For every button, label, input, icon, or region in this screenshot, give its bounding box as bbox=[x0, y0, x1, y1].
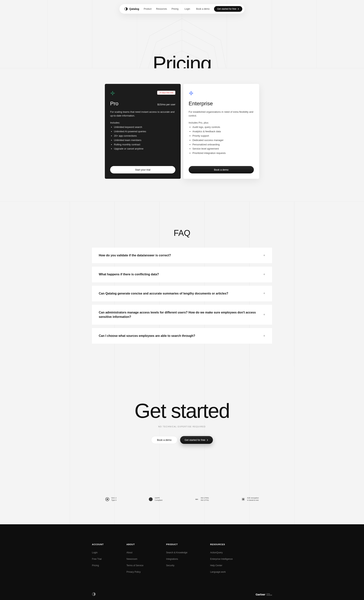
nav-pricing[interactable]: Pricing bbox=[172, 8, 179, 10]
qatalog-logo-icon bbox=[124, 7, 128, 11]
plan-features-enterprise: Audit logs, query controls Analytics & f… bbox=[189, 126, 254, 156]
plan-name-pro: Pro bbox=[110, 101, 118, 107]
plan-desc-pro: For scaling teams that need instant acce… bbox=[110, 110, 175, 117]
gartner-sub: COOL bbox=[266, 593, 272, 594]
compliance-label: SOC 2 bbox=[111, 497, 116, 499]
faq-question: What happens if there is conflicting dat… bbox=[99, 272, 159, 276]
get-started-subtitle: NO TECHNICAL EXPERTISE REQUIRED bbox=[0, 426, 364, 428]
gartner-badge: Gartner COOL VENDOR bbox=[255, 593, 272, 596]
footer-link[interactable]: Language.work bbox=[210, 571, 233, 573]
gartner-sub: VENDOR bbox=[266, 594, 272, 596]
compliance-label: in transit & rest bbox=[247, 499, 259, 502]
footer-col-product: PRODUCT Search & Knowledge Integrations … bbox=[166, 543, 187, 577]
faq-item[interactable]: What happens if there is conflicting dat… bbox=[92, 267, 272, 282]
feature-item: Unlimited AI-powered queries bbox=[114, 130, 175, 133]
includes-label-enterprise: Includes Pro, plus: bbox=[189, 121, 254, 124]
gartner-name: Gartner bbox=[255, 593, 265, 596]
compliance-iso: ISO ISO 27001ISO 27701 bbox=[195, 497, 209, 501]
feature-item: Prioritized integration requests bbox=[192, 152, 254, 155]
sparkle-icon bbox=[110, 91, 115, 96]
book-demo-button[interactable]: Book a demo bbox=[189, 166, 254, 173]
feature-item: Rolling monthly contract bbox=[114, 143, 175, 146]
plan-name-enterprise: Enterprise bbox=[189, 101, 213, 107]
includes-label-pro: Includes: bbox=[110, 121, 175, 124]
svg-point-3 bbox=[149, 497, 153, 501]
footer-link[interactable]: Terms of Service bbox=[127, 564, 143, 567]
footer-link[interactable]: Free Trial bbox=[92, 558, 104, 560]
faq-item[interactable]: Can I choose what sources employees are … bbox=[92, 328, 272, 344]
faq-title: FAQ bbox=[0, 228, 364, 238]
gdpr-icon bbox=[149, 497, 153, 501]
soc2-icon bbox=[105, 497, 109, 501]
feature-item: Analytics & feedback data bbox=[192, 130, 254, 133]
footer-link[interactable]: Newsroom bbox=[127, 558, 143, 560]
gs-book-demo-button[interactable]: Book a demo bbox=[151, 436, 177, 444]
compliance-soc2: SOC 2Type II bbox=[105, 497, 116, 501]
nav-product[interactable]: Product bbox=[144, 8, 152, 10]
feature-item: Service level agreement bbox=[192, 147, 254, 150]
chevron-right-icon bbox=[207, 439, 208, 441]
faq-item[interactable]: Can Qatalog generate concise and accurat… bbox=[92, 286, 272, 301]
feature-item: Dedicated success manager bbox=[192, 139, 254, 142]
footer-link[interactable]: About bbox=[127, 551, 143, 554]
footer-link[interactable]: Search & Knowledge bbox=[166, 551, 187, 554]
compliance-label: Type II bbox=[111, 499, 116, 502]
compliance-label: ISO 27701 bbox=[201, 499, 209, 502]
nav-resources[interactable]: Resources bbox=[156, 8, 167, 10]
nav-login[interactable]: Login bbox=[184, 8, 190, 10]
plan-desc-enterprise: For established organizations in need of… bbox=[189, 110, 254, 117]
footer-link[interactable]: Login bbox=[92, 551, 104, 554]
footer-link[interactable]: Security bbox=[166, 564, 187, 567]
compliance-label: Compliant bbox=[155, 499, 163, 502]
plus-icon: + bbox=[263, 272, 265, 276]
plus-icon: + bbox=[263, 313, 265, 317]
faq-question: How do you validate if the data/answer i… bbox=[99, 253, 171, 257]
feature-item: Upgrade or cancel anytime bbox=[114, 147, 175, 150]
faq-item[interactable]: Can administrators manage access levels … bbox=[92, 305, 272, 325]
nav-cta-label: Get started for free bbox=[217, 8, 236, 10]
gs-get-started-button[interactable]: Get started for free bbox=[180, 436, 213, 444]
feature-item: 20+ app connections bbox=[114, 134, 175, 138]
footer-link[interactable]: Integrations bbox=[166, 558, 187, 560]
plan-price-pro: $15/mo per user bbox=[157, 103, 175, 106]
footer-col-title: ACCOUNT bbox=[92, 543, 104, 545]
encryption-icon bbox=[241, 497, 245, 501]
brand-logo[interactable]: Qatalog bbox=[124, 7, 139, 11]
footer-link[interactable]: ActionQuery bbox=[210, 551, 233, 554]
footer-col-title: RESOURCES bbox=[210, 543, 233, 545]
page-title: Pricing bbox=[0, 14, 364, 68]
nav-book-demo[interactable]: Book a demo bbox=[196, 8, 210, 10]
start-trial-button[interactable]: Start your trial bbox=[110, 166, 175, 173]
plan-card-enterprise: Enterprise For established organizations… bbox=[183, 84, 259, 179]
brand-name: Qatalog bbox=[129, 7, 139, 10]
faq-question: Can administrators manage access levels … bbox=[99, 310, 257, 319]
compliance-encryption: E2E encryptionin transit & rest bbox=[241, 497, 259, 501]
footer-link[interactable]: Help Center bbox=[210, 564, 233, 567]
nav-get-started-button[interactable]: Get started for free bbox=[214, 6, 242, 12]
footer-col-resources: RESOURCES ActionQuery Enterprise Intelli… bbox=[210, 543, 233, 577]
feature-item: Priority support bbox=[192, 134, 254, 138]
faq-item[interactable]: How do you validate if the data/answer i… bbox=[92, 248, 272, 263]
feature-item: Unlimited keyword search bbox=[114, 126, 175, 129]
footer-link[interactable]: Enterprise Intelligence bbox=[210, 558, 233, 560]
faq-question: Can I choose what sources employees are … bbox=[99, 334, 195, 338]
compliance-label: ISO 27001 bbox=[201, 497, 209, 499]
plus-icon: + bbox=[263, 253, 265, 257]
footer-link[interactable]: Privacy Policy bbox=[127, 571, 143, 573]
plus-icon: + bbox=[263, 334, 265, 338]
footer-col-title: PRODUCT bbox=[166, 543, 187, 545]
footer-col-title: ABOUT bbox=[127, 543, 143, 545]
plus-icon: + bbox=[263, 291, 265, 295]
svg-point-2 bbox=[107, 498, 108, 500]
feature-item: Unlimited team members bbox=[114, 139, 175, 142]
compliance-label: GDPR bbox=[155, 497, 163, 499]
iso-icon: ISO bbox=[195, 497, 199, 501]
main-nav: Qatalog Product Resources Pricing Login … bbox=[119, 4, 245, 14]
plan-card-pro: 14 days free trial Pro $15/mo per user F… bbox=[105, 84, 181, 179]
footer-link[interactable]: Pricing bbox=[92, 564, 104, 567]
feature-item: Audit logs, query controls bbox=[192, 126, 254, 129]
plan-features-pro: Unlimited keyword search Unlimited AI-po… bbox=[110, 126, 175, 152]
footer-col-account: ACCOUNT Login Free Trial Pricing bbox=[92, 543, 104, 577]
footer-logo[interactable] bbox=[92, 592, 96, 597]
get-started-title: Get started bbox=[0, 401, 364, 421]
